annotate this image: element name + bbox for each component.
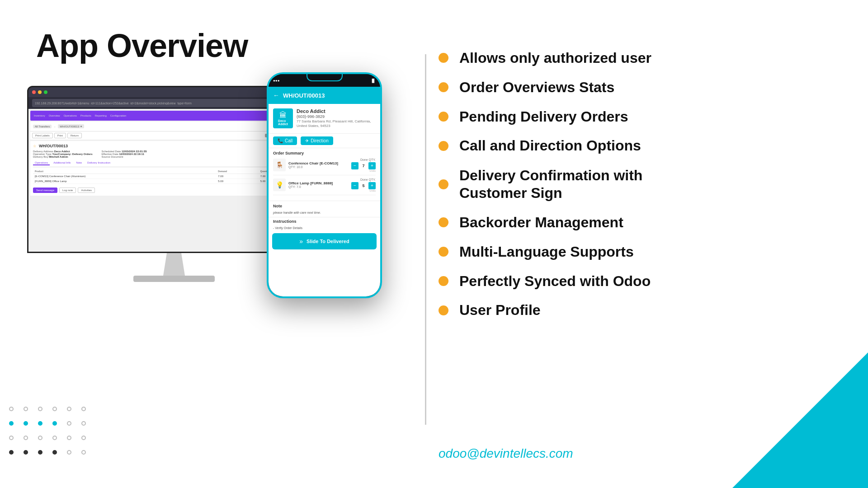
breadcrumb-order[interactable]: WH/OUT/00013 ✦	[58, 124, 84, 128]
qty-value-2: 5	[360, 183, 367, 188]
direction-button[interactable]: ✈ Direction	[301, 136, 333, 145]
nav-products[interactable]: Products	[80, 114, 91, 117]
dot-4-1	[9, 450, 14, 455]
qty-value-1: 7	[360, 164, 367, 168]
item-info-2: Office Lamp [FURN_8888] QTY: 7.0	[288, 181, 349, 188]
instructions-item: - Verify Order Details	[273, 226, 376, 230]
monitor-base	[133, 276, 215, 282]
company-phone: (603)-996-3829	[297, 114, 376, 119]
nav-overview[interactable]: Overview	[49, 114, 60, 117]
activities-button[interactable]: Activities	[78, 188, 95, 193]
company-info: Deco Addict (603)-996-3829 77 Santa Barb…	[297, 108, 376, 129]
monitor-bar	[28, 87, 306, 97]
nav-operations[interactable]: Operations	[64, 114, 77, 117]
item-info-1: Conference Chair [E-COM13] QTY: 10.0	[288, 161, 349, 169]
tab-delivery-instruction[interactable]: Delivery Instruction	[85, 161, 112, 165]
send-message-button[interactable]: Send message	[33, 188, 57, 193]
dot-grid	[9, 407, 92, 461]
feature-text-5: Delivery Confirmation withCustomer Sign	[459, 167, 642, 202]
return-button[interactable]: Return	[67, 133, 82, 138]
item-name-2: Office Lamp [FURN_8888]	[288, 181, 349, 185]
units-label-2: Units	[351, 189, 376, 192]
phone-note-section: Note please handle with care next time.	[269, 201, 380, 217]
dot-2-5	[67, 421, 71, 426]
feature-item-2: Order Overviews Stats	[439, 79, 823, 96]
phone-company-section: 🏛 DecoAddict Deco Addict (603)-996-3829 …	[269, 104, 380, 134]
dot-3-6	[81, 436, 86, 440]
bullet-5	[439, 179, 448, 189]
phone-header: ← WH/OUT/00013	[269, 87, 380, 104]
email-text[interactable]: odoo@devintellecs.com	[439, 446, 573, 460]
direction-icon: ✈	[305, 138, 309, 143]
status-battery: ▐▌	[371, 79, 376, 83]
feature-item-3: Pending Delivery Orders	[439, 108, 823, 125]
note-title: Note	[273, 204, 376, 208]
done-qty-section-1: Done QTY. − 7 + Units	[351, 158, 376, 172]
vertical-divider	[425, 54, 426, 425]
feature-text-1: Allows only authorized user	[459, 50, 651, 66]
dot-3-1	[9, 436, 14, 440]
odoo-main: ☆ WH/OUT/00013 Delivery Address Deco Add…	[30, 141, 304, 196]
nav-reporting[interactable]: Reporting	[95, 114, 107, 117]
dot-2-3	[38, 421, 42, 426]
delivery-boy-field: Delivery Boy Mitchell Admin	[33, 155, 93, 158]
company-address: 77 Santa Barbara Rd, Pleasant Hill, Cali…	[297, 119, 376, 129]
nav-configuration[interactable]: Configuration	[110, 114, 127, 117]
email-section: odoo@devintellecs.com	[439, 446, 573, 461]
tab-additional-info[interactable]: Additional Info	[52, 161, 72, 165]
phone-action-buttons: 📞 Call ✈ Direction	[269, 134, 380, 148]
feature-item-7: Multi-Language Supports	[439, 244, 823, 260]
odoo-subheader: All Transfers › WH/OUT/00013 ✦ 1/1	[30, 122, 304, 131]
feature-item-9: User Profile	[439, 302, 823, 319]
back-button[interactable]: ←	[273, 92, 279, 99]
close-icon[interactable]	[32, 90, 36, 94]
product-1: [E-COM13] Conference Chair (Aluminium)	[33, 174, 216, 179]
dot-2-4	[52, 421, 57, 426]
source-doc-field: Source Document	[102, 155, 147, 158]
odoo-nav: Inventory Overview Operations Products R…	[30, 111, 304, 121]
monitor-screen: 192.168.29.208:8071/web#id=1&menu_id=111…	[27, 86, 307, 253]
dot-4-6	[81, 450, 86, 455]
nav-inventory[interactable]: Inventory	[34, 114, 45, 117]
qty-decrease-2[interactable]: −	[351, 182, 359, 189]
order-item-1: 🪑 Conference Chair [E-COM13] QTY: 10.0 D…	[273, 158, 376, 175]
col-demand: Demand	[216, 169, 258, 174]
item-qty-1: QTY: 10.0	[288, 165, 349, 169]
table-row: [FURN_8888] Office Lamp 5.00 5.00	[33, 179, 302, 184]
dot-1-2	[24, 407, 28, 411]
qty-increase-2[interactable]: +	[368, 182, 376, 189]
tab-note[interactable]: Note	[74, 161, 84, 165]
call-button[interactable]: 📞 Call	[273, 136, 297, 145]
col-product: Product	[33, 169, 216, 174]
feature-text-7: Multi-Language Supports	[459, 244, 634, 260]
print-labels-button[interactable]: Print Labels	[32, 133, 53, 138]
slide-to-delivered-button[interactable]: » Slide To Delivered	[272, 233, 377, 249]
item-image-1: 🪑	[273, 159, 286, 171]
phone-instructions: Instructions - Verify Order Details	[269, 217, 380, 231]
qty-decrease-1[interactable]: −	[351, 162, 359, 169]
odoo-bottom-buttons: Send message Log note Activities	[33, 188, 302, 193]
dot-2-2	[24, 421, 28, 426]
order-item-2: 💡 Office Lamp [FURN_8888] QTY: 7.0 Done …	[273, 178, 376, 195]
deco-label: DecoAddict	[278, 119, 288, 126]
slide-btn-text: Slide To Delivered	[307, 239, 349, 244]
qty-increase-1[interactable]: +	[368, 162, 376, 169]
feature-text-4: Call and Direction Options	[459, 137, 641, 154]
bullet-6	[439, 217, 448, 227]
note-text: please handle with care next time.	[273, 211, 376, 214]
done-qty-label-2: Done QTY.	[351, 178, 376, 181]
breadcrumb-transfers[interactable]: All Transfers	[33, 125, 52, 128]
minimize-icon[interactable]	[38, 90, 42, 94]
page-title: App Overview	[36, 27, 248, 64]
dot-4-2	[24, 450, 28, 455]
log-note-button[interactable]: Log note	[59, 188, 76, 193]
tab-operations[interactable]: Operations	[33, 161, 50, 165]
products-table: Product Demand Quantity [E-COM13] Confer…	[33, 169, 302, 184]
done-qty-label-1: Done QTY.	[351, 158, 376, 161]
units-label-1: Units	[351, 169, 376, 172]
phone-screen: ← WH/OUT/00013 🏛 DecoAddict Deco Addict …	[269, 87, 380, 296]
bullet-2	[439, 82, 448, 92]
dot-3-2	[24, 436, 28, 440]
maximize-icon[interactable]	[44, 90, 47, 94]
print-button[interactable]: Print	[54, 133, 66, 138]
